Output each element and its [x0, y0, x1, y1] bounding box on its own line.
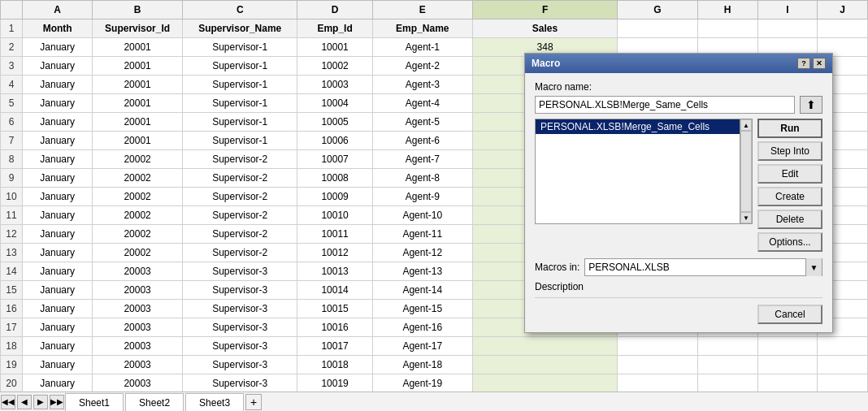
cell-extra-18-0[interactable] [618, 337, 697, 356]
cell-E14[interactable]: Agent-13 [372, 262, 472, 281]
cell-E4[interactable]: Agent-3 [372, 76, 472, 94]
cell-E3[interactable]: Agent-2 [372, 57, 472, 76]
cell-D2[interactable]: 10001 [297, 38, 372, 57]
cell-F18[interactable] [472, 337, 617, 356]
cell-A10[interactable]: January [23, 188, 93, 206]
cell-B5[interactable]: 20001 [93, 94, 183, 113]
cell-C2[interactable]: Supervisor-1 [182, 38, 297, 57]
cell-D15[interactable]: 10014 [297, 281, 372, 300]
cell-C11[interactable]: Supervisor-2 [182, 206, 297, 225]
cell-E7[interactable]: Agent-6 [372, 132, 472, 150]
dialog-close-btn[interactable]: ✕ [813, 58, 826, 69]
cell-extra-19-2[interactable] [757, 356, 818, 374]
cell-C15[interactable]: Supervisor-3 [182, 281, 297, 300]
cell-B11[interactable]: 20002 [93, 206, 183, 225]
cell-extra-18-1[interactable] [697, 337, 757, 356]
cell-extra-19-1[interactable] [697, 356, 757, 374]
cell-E15[interactable]: Agent-14 [372, 281, 472, 300]
cell-B6[interactable]: 20001 [93, 113, 183, 132]
cell-A19[interactable]: January [23, 356, 93, 374]
cell-extra-1-3[interactable] [818, 19, 868, 38]
cell-D20[interactable]: 10019 [297, 374, 372, 393]
cell-C14[interactable]: Supervisor-3 [182, 262, 297, 281]
col-header-h[interactable]: H [697, 1, 757, 19]
col-header-a[interactable]: A [23, 1, 93, 19]
cell-E6[interactable]: Agent-5 [372, 113, 472, 132]
cell-E2[interactable]: Agent-1 [372, 38, 472, 57]
cell-D14[interactable]: 10013 [297, 262, 372, 281]
scroll-down-arrow[interactable]: ▼ [740, 212, 752, 223]
tab-sheet3[interactable]: Sheet3 [185, 393, 244, 411]
cell-C8[interactable]: Supervisor-2 [182, 150, 297, 169]
cell-B7[interactable]: 20001 [93, 132, 183, 150]
cell-D12[interactable]: 10011 [297, 225, 372, 244]
cell-D1[interactable]: Emp_Id [297, 19, 372, 38]
col-header-j[interactable]: J [818, 1, 868, 19]
cell-B10[interactable]: 20002 [93, 188, 183, 206]
cancel-button[interactable]: Cancel [757, 305, 822, 324]
cell-E10[interactable]: Agent-9 [372, 188, 472, 206]
cell-A17[interactable]: January [23, 318, 93, 337]
cell-A1[interactable]: Month [23, 19, 93, 38]
cell-B15[interactable]: 20003 [93, 281, 183, 300]
cell-A4[interactable]: January [23, 76, 93, 94]
col-header-i[interactable]: I [757, 1, 818, 19]
step-into-button[interactable]: Step Into [757, 141, 822, 161]
cell-D6[interactable]: 10005 [297, 113, 372, 132]
cell-F19[interactable] [472, 356, 617, 374]
cell-B17[interactable]: 20003 [93, 318, 183, 337]
col-header-d[interactable]: D [297, 1, 372, 19]
cell-C4[interactable]: Supervisor-1 [182, 76, 297, 94]
cell-E18[interactable]: Agent-17 [372, 337, 472, 356]
create-button[interactable]: Create [757, 187, 822, 206]
cell-A7[interactable]: January [23, 132, 93, 150]
cell-D4[interactable]: 10003 [297, 76, 372, 94]
cell-extra-20-3[interactable] [818, 374, 868, 393]
scroll-up-arrow[interactable]: ▲ [740, 119, 752, 131]
cell-D19[interactable]: 10018 [297, 356, 372, 374]
cell-E9[interactable]: Agent-8 [372, 169, 472, 188]
cell-D11[interactable]: 10010 [297, 206, 372, 225]
cell-A9[interactable]: January [23, 169, 93, 188]
edit-button[interactable]: Edit [757, 164, 822, 184]
cell-D5[interactable]: 10004 [297, 94, 372, 113]
cell-A15[interactable]: January [23, 281, 93, 300]
macro-list-item[interactable]: PERSONAL.XLSB!Merge_Same_Cells [536, 119, 740, 134]
cell-B13[interactable]: 20002 [93, 244, 183, 262]
cell-D3[interactable]: 10002 [297, 57, 372, 76]
macro-upload-btn[interactable]: ⬆ [800, 96, 822, 114]
cell-extra-20-2[interactable] [757, 374, 818, 393]
cell-E8[interactable]: Agent-7 [372, 150, 472, 169]
cell-F20[interactable] [472, 374, 617, 393]
cell-B8[interactable]: 20002 [93, 150, 183, 169]
cell-B20[interactable]: 20003 [93, 374, 183, 393]
cell-B4[interactable]: 20001 [93, 76, 183, 94]
cell-E19[interactable]: Agent-18 [372, 356, 472, 374]
col-header-b[interactable]: B [93, 1, 183, 19]
cell-E20[interactable]: Agent-19 [372, 374, 472, 393]
cell-extra-18-2[interactable] [757, 337, 818, 356]
cell-C20[interactable]: Supervisor-3 [182, 374, 297, 393]
cell-E11[interactable]: Agent-10 [372, 206, 472, 225]
cell-extra-1-0[interactable] [618, 19, 697, 38]
cell-A11[interactable]: January [23, 206, 93, 225]
cell-C6[interactable]: Supervisor-1 [182, 113, 297, 132]
cell-D16[interactable]: 10015 [297, 300, 372, 318]
tab-add-button[interactable]: + [245, 394, 262, 410]
delete-button[interactable]: Delete [757, 210, 822, 229]
cell-C1[interactable]: Supervisor_Name [182, 19, 297, 38]
tab-nav-first[interactable]: ◀◀ [1, 395, 15, 409]
cell-C10[interactable]: Supervisor-2 [182, 188, 297, 206]
tab-nav-next[interactable]: ▶ [33, 395, 48, 409]
cell-extra-19-0[interactable] [618, 356, 697, 374]
tab-nav-last[interactable]: ▶▶ [50, 395, 64, 409]
cell-D17[interactable]: 10016 [297, 318, 372, 337]
cell-D18[interactable]: 10017 [297, 337, 372, 356]
options-button[interactable]: Options... [757, 232, 822, 252]
cell-D13[interactable]: 10012 [297, 244, 372, 262]
cell-extra-20-1[interactable] [697, 374, 757, 393]
macro-name-input[interactable] [535, 96, 795, 114]
cell-A5[interactable]: January [23, 94, 93, 113]
cell-C7[interactable]: Supervisor-1 [182, 132, 297, 150]
cell-B3[interactable]: 20001 [93, 57, 183, 76]
